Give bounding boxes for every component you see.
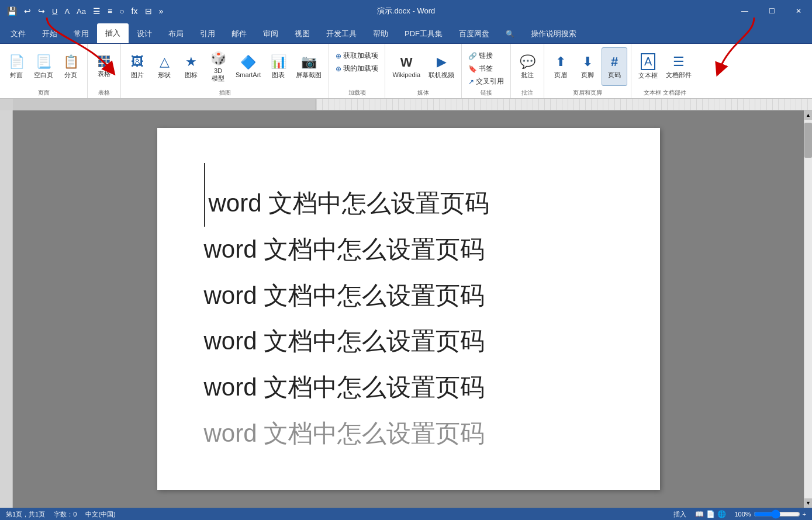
view-web-icon[interactable]: 🌐 xyxy=(717,510,726,518)
btn-screenshot[interactable]: 📷 屏幕截图 xyxy=(292,47,325,86)
minimize-button[interactable]: — xyxy=(731,0,758,22)
docparts-icon: ☰ xyxy=(673,54,685,70)
scroll-track[interactable] xyxy=(804,120,812,498)
group-illustration-label: 插图 xyxy=(219,88,231,97)
btn-textbox[interactable]: A 文本框 xyxy=(635,47,661,86)
tab-developer[interactable]: 开发工具 xyxy=(318,25,365,43)
status-words: 字数：0 xyxy=(54,510,77,519)
btn-comment[interactable]: 💬 批注 xyxy=(514,47,540,86)
tab-common[interactable]: 常用 xyxy=(65,25,97,43)
doc-line-1[interactable]: word 文档中怎么设置页码 xyxy=(204,181,613,227)
zoom-slider[interactable] xyxy=(754,509,800,519)
indent-icon[interactable]: ≡ xyxy=(105,5,115,17)
zoom-in-label: + xyxy=(803,511,806,518)
redo-icon[interactable]: ↪ xyxy=(36,5,47,17)
link-icon: 🔗 xyxy=(468,52,477,60)
icon-icon: ★ xyxy=(185,54,197,70)
doc-line-4[interactable]: word 文档中怎么设置页码 xyxy=(204,318,613,365)
group-page-label: 页面 xyxy=(38,88,50,97)
tab-layout[interactable]: 布局 xyxy=(160,25,192,43)
more-icon[interactable]: » xyxy=(157,5,166,17)
view-controls[interactable]: 📖 📄 🌐 100% + xyxy=(695,509,806,519)
btn-cross-ref[interactable]: ↗ 交叉引用 xyxy=(465,75,507,88)
btn-my-addins[interactable]: ⊕ 我的加载项 xyxy=(333,63,381,75)
btn-link[interactable]: 🔗 链接 xyxy=(465,50,507,62)
btn-3d-model[interactable]: 🎲 3D 模型 xyxy=(205,47,231,86)
btn-shape[interactable]: △ 形状 xyxy=(151,47,177,86)
btn-header[interactable]: ⬆ 页眉 xyxy=(548,47,573,86)
group-media-label: 媒体 xyxy=(417,88,429,97)
blank-page-icon: 📃 xyxy=(36,54,51,70)
underline-icon[interactable]: U xyxy=(50,6,60,17)
group-media: W Wikipedia ▶ 联机视频 媒体 xyxy=(385,44,462,98)
close-button[interactable]: ✕ xyxy=(785,0,812,22)
tab-pdf[interactable]: PDF工具集 xyxy=(396,25,451,43)
btn-wikipedia[interactable]: W Wikipedia xyxy=(389,47,424,86)
btn-blank-page[interactable]: 📃 空白页 xyxy=(30,47,57,86)
scrollbar-vertical[interactable]: ▲ ▼ xyxy=(804,110,812,508)
quick-access-toolbar[interactable]: 💾 ↩ ↪ U A Aa ☰ ≡ ○ fx ⊟ » xyxy=(0,0,165,22)
btn-icon[interactable]: ★ 图标 xyxy=(178,47,204,86)
status-mode: 插入 xyxy=(673,510,686,519)
save-icon[interactable]: 💾 xyxy=(5,5,19,17)
minus-icon[interactable]: ⊟ xyxy=(143,5,154,17)
shape-icon[interactable]: ○ xyxy=(117,5,126,17)
tab-help[interactable]: 帮助 xyxy=(365,25,396,43)
view-read-icon[interactable]: 📖 xyxy=(695,510,704,518)
scroll-down-button[interactable]: ▼ xyxy=(804,498,812,508)
get-addins-icon: ⊕ xyxy=(336,52,341,60)
scroll-up-button[interactable]: ▲ xyxy=(804,110,812,120)
btn-get-addins[interactable]: ⊕ 获取加载项 xyxy=(333,50,381,62)
doc-line-5[interactable]: word 文档中怎么设置页码 xyxy=(204,365,613,411)
cover-icon: 📄 xyxy=(9,54,25,70)
btn-footer[interactable]: ⬇ 页脚 xyxy=(575,47,600,86)
maximize-button[interactable]: ☐ xyxy=(758,0,785,22)
btn-page-break[interactable]: 📋 分页 xyxy=(58,47,84,86)
online-video-icon: ▶ xyxy=(437,54,447,70)
tab-references[interactable]: 引用 xyxy=(192,25,223,43)
tab-review[interactable]: 审阅 xyxy=(255,25,286,43)
page-number-icon: # xyxy=(611,54,618,70)
view-print-icon[interactable]: 📄 xyxy=(706,510,715,518)
tab-baidu[interactable]: 百度网盘 xyxy=(451,25,497,43)
tab-view[interactable]: 视图 xyxy=(286,25,318,43)
comment-icon: 💬 xyxy=(520,54,535,70)
btn-online-video[interactable]: ▶ 联机视频 xyxy=(425,47,458,86)
scroll-thumb[interactable] xyxy=(804,123,812,158)
undo-icon[interactable]: ↩ xyxy=(22,5,33,17)
status-lang: 中文(中国) xyxy=(85,510,115,519)
window-controls[interactable]: — ☐ ✕ xyxy=(731,0,812,22)
font-color-icon[interactable]: A xyxy=(62,6,72,17)
group-text-label: 文本框 文档部件 xyxy=(644,88,686,97)
group-table-label: 表格 xyxy=(98,88,110,97)
ribbon-content: 📄 封面 📃 空白页 📋 分页 页面 表格 xyxy=(0,44,812,99)
doc-line-6[interactable]: word 文档中怎么设置页码 xyxy=(204,411,613,457)
vertical-ruler xyxy=(0,110,13,508)
header-icon: ⬆ xyxy=(555,54,566,70)
list-icon[interactable]: ☰ xyxy=(91,5,103,17)
btn-picture[interactable]: 🖼 图片 xyxy=(125,47,150,86)
btn-chart[interactable]: 📊 图表 xyxy=(265,47,291,86)
formula-icon[interactable]: fx xyxy=(129,5,140,17)
doc-line-2[interactable]: word 文档中怎么设置页码 xyxy=(204,227,613,273)
btn-table[interactable]: 表格 xyxy=(91,47,117,86)
btn-docparts[interactable]: ☰ 文档部件 xyxy=(662,47,695,86)
tab-file[interactable]: 文件 xyxy=(2,25,34,43)
zoom-label: 100% xyxy=(734,511,751,518)
btn-cover[interactable]: 📄 封面 xyxy=(4,47,29,86)
my-addins-icon: ⊕ xyxy=(336,65,341,73)
tab-design[interactable]: 设计 xyxy=(129,25,160,43)
picture-icon: 🖼 xyxy=(131,54,144,70)
status-page: 第1页，共1页 xyxy=(6,510,45,519)
font-size-icon[interactable]: Aa xyxy=(74,6,88,17)
doc-line-3[interactable]: word 文档中怎么设置页码 xyxy=(204,273,613,319)
btn-page-number[interactable]: # 页码 xyxy=(602,47,627,86)
btn-smartart[interactable]: 🔷 SmartArt xyxy=(232,47,264,86)
tab-operations-search[interactable]: 操作说明搜索 xyxy=(523,25,585,43)
tab-mailings[interactable]: 邮件 xyxy=(223,25,255,43)
tab-search-icon[interactable]: 🔍 xyxy=(497,25,523,43)
btn-bookmark[interactable]: 🔖 书签 xyxy=(465,63,507,75)
tab-home[interactable]: 开始 xyxy=(34,25,65,43)
document-title: 演示.docx - Word xyxy=(377,6,435,16)
tab-insert[interactable]: 插入 xyxy=(97,23,129,43)
